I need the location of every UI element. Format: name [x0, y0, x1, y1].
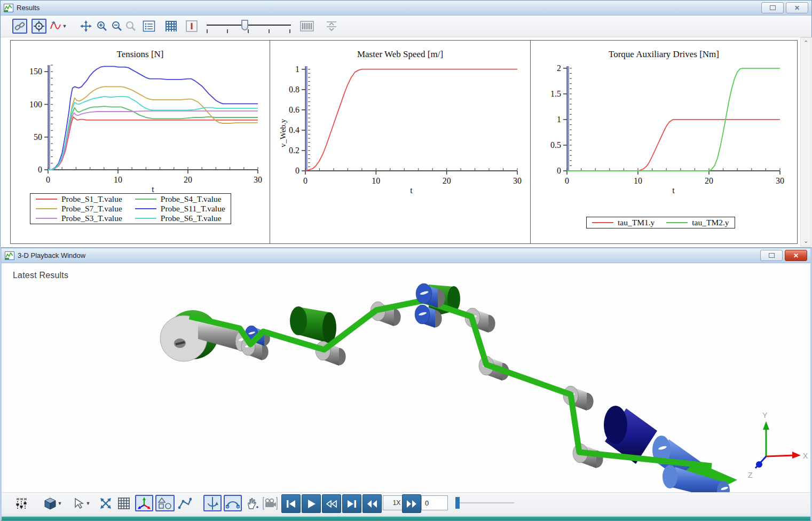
restore-button[interactable]: [761, 2, 784, 13]
charts-area: Tensions [N] 0102030050100150t Probe_S1_…: [1, 37, 812, 247]
torque-legend: tau_TM1.ytau_TM2.y: [586, 217, 735, 228]
zoom-out-icon: [111, 20, 123, 32]
fast-forward-button[interactable]: [402, 494, 421, 513]
svg-text:t: t: [410, 186, 413, 195]
fit-view-button[interactable]: [98, 495, 114, 511]
svg-text:0: 0: [303, 176, 308, 185]
polyline-button[interactable]: [177, 495, 193, 511]
link-button[interactable]: [12, 19, 27, 34]
desktop: Results ✕: [0, 0, 812, 521]
results-window: Results ✕: [0, 0, 812, 247]
geometry-shapes-icon: [157, 497, 172, 510]
select-arrow-dropdown[interactable]: ▼: [70, 495, 93, 511]
chart-title: Torque Auxiliary Drives [Nm]: [531, 49, 797, 60]
geometry-shapes-button[interactable]: [155, 495, 175, 511]
frame-field[interactable]: [421, 495, 448, 510]
view-cube-icon: [44, 497, 57, 510]
svg-text:30: 30: [513, 176, 522, 185]
close-button[interactable]: ✕: [786, 2, 808, 13]
pan-hand-button[interactable]: [244, 495, 260, 511]
svg-text:0: 0: [46, 175, 50, 184]
close-button[interactable]: ✕: [785, 250, 807, 261]
svg-text:0.4: 0.4: [289, 125, 299, 135]
svg-text:30: 30: [254, 175, 262, 184]
svg-text:0.2: 0.2: [289, 146, 299, 155]
legend-label: Probe_S11_T.value: [161, 204, 225, 214]
legend-label: Probe_S4_T.value: [161, 194, 222, 204]
skip-to-end-button[interactable]: [342, 494, 361, 513]
fit-vertical-button[interactable]: [324, 19, 339, 34]
timeline-thumb[interactable]: [455, 497, 460, 509]
timeline-slider[interactable]: [455, 502, 514, 503]
results-titlebar[interactable]: Results ✕: [1, 1, 811, 15]
zoom-window-button[interactable]: [123, 19, 138, 34]
step-back-button[interactable]: [322, 494, 341, 513]
legend-item: tau_TM2.y: [666, 218, 729, 227]
probe-target-button[interactable]: [31, 19, 46, 34]
zoom-in-button[interactable]: [94, 19, 109, 34]
coordinate-axes-button[interactable]: [135, 495, 153, 511]
svg-text:0.5: 0.5: [550, 140, 561, 149]
legend-item: Probe_S11_T.value: [135, 204, 225, 214]
skip-to-start-button[interactable]: [281, 494, 301, 513]
play-icon: [306, 499, 317, 509]
svg-text:100: 100: [29, 100, 42, 109]
play-button[interactable]: [302, 494, 321, 513]
svg-text:30: 30: [776, 176, 784, 185]
chart-panel-tensions[interactable]: Tensions [N] 0102030050100150t Probe_S1_…: [10, 40, 270, 244]
playback-titlebar[interactable]: 3-D Playback Window ✕: [2, 248, 810, 263]
vertical-scrollbar[interactable]: ⌃ ⌄: [800, 37, 811, 247]
signal-curve-dropdown[interactable]: ▼: [48, 19, 69, 34]
chart-panel-web-speed[interactable]: Master Web Speed [m/] 010203000.20.40.60…: [270, 40, 531, 244]
3d-viewport[interactable]: Latest Results Y X: [2, 263, 810, 494]
svg-text:20: 20: [705, 176, 713, 185]
legend-label: Probe_S3_T.value: [61, 214, 122, 223]
display-filters-button[interactable]: [13, 495, 29, 511]
probe-target-icon: [33, 20, 45, 32]
restore-button[interactable]: [760, 250, 783, 261]
time-slider-ticks: [207, 29, 291, 34]
pan-icon: [80, 20, 92, 32]
grid-icon: [117, 496, 131, 510]
fast-backward-icon: [366, 499, 378, 509]
axis-z-label: Z: [748, 471, 753, 479]
fast-backward-button[interactable]: [362, 494, 382, 513]
svg-text:50: 50: [34, 132, 42, 141]
fit-view-icon: [99, 497, 112, 510]
legend-item: Probe_S3_T.value: [36, 214, 122, 223]
legend-label: tau_TM1.y: [618, 218, 655, 227]
grid-button[interactable]: [116, 495, 132, 511]
cursor-marker-button[interactable]: [184, 19, 199, 34]
legend-swatch: [592, 222, 613, 223]
tensions-legend: Probe_S1_T.valueProbe_S4_T.valueProbe_S7…: [30, 193, 231, 224]
display-filters-icon: [15, 497, 28, 510]
playback-toolbar: ▼ ▼: [2, 492, 810, 514]
scroll-down-icon[interactable]: ⌄: [803, 236, 808, 246]
legend-label: tau_TM2.y: [692, 218, 729, 227]
record-camera-icon: [263, 496, 278, 510]
report-list-button[interactable]: [141, 19, 156, 34]
playback-app-icon: [5, 251, 14, 260]
playback-window: 3-D Playback Window ✕ Latest Results: [0, 248, 812, 521]
legend-item: Probe_S4_T.value: [135, 194, 225, 204]
step-back-icon: [326, 499, 337, 509]
grid-button[interactable]: [163, 19, 178, 34]
time-slider-track[interactable]: [207, 25, 291, 26]
legend-item: Probe_S1_T.value: [36, 194, 122, 204]
chart-panel-torque[interactable]: Torque Auxiliary Drives [Nm] 010203000.5…: [530, 40, 798, 244]
scroll-up-icon[interactable]: ⌃: [803, 38, 808, 48]
pan-button[interactable]: [78, 19, 93, 34]
time-slider-handle[interactable]: [241, 20, 248, 30]
link-icon: [14, 21, 25, 31]
record-camera-button[interactable]: [262, 495, 278, 511]
view-cube-dropdown[interactable]: ▼: [41, 495, 65, 511]
dropdown-caret: ▼: [62, 23, 67, 29]
svg-text:0: 0: [295, 166, 299, 175]
bar-signals-button[interactable]: [299, 19, 314, 34]
dropdown-caret: ▼: [86, 501, 91, 506]
zoom-out-button[interactable]: [109, 19, 124, 34]
rotate-view-button[interactable]: [203, 495, 222, 511]
torque-plot: 010203000.511.52t: [531, 41, 797, 243]
orbit-view-button[interactable]: [224, 495, 242, 511]
signal-curve-icon: [50, 20, 61, 32]
